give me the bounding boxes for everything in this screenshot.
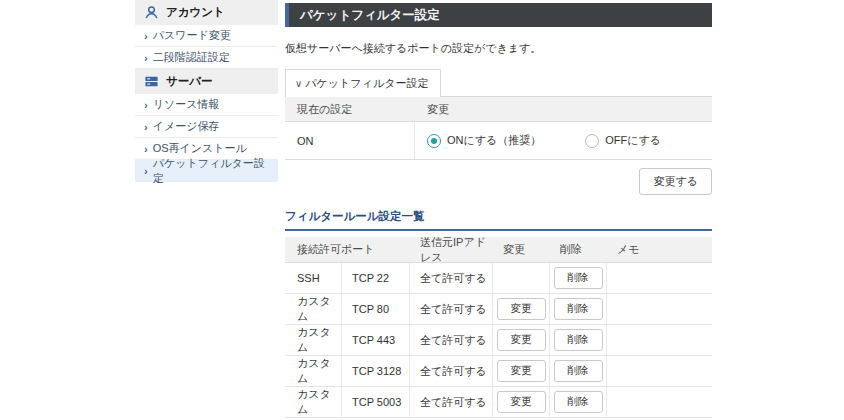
tab-packet-filter[interactable]: ∨パケットフィルター設定	[285, 69, 441, 97]
sidebar-item[interactable]: ›パスワード変更	[135, 25, 278, 47]
sidebar-item-label: リソース情報	[153, 97, 220, 112]
main-content: パケットフィルター設定 仮想サーバーへ接続するポートの設定ができます。 ∨パケッ…	[285, 0, 712, 420]
change-radio-group: ONにする（推奨）OFFにする	[415, 122, 712, 159]
chevron-right-icon: ›	[144, 99, 148, 111]
sidebar-item[interactable]: ›パケットフィルター設定	[135, 160, 278, 182]
rule-change-cell	[493, 263, 550, 293]
rule-memo	[607, 387, 712, 417]
apply-button[interactable]: 変更する	[639, 168, 712, 195]
column-source-ip: 送信元IPアドレス	[410, 235, 493, 265]
rule-source: 全て許可する	[410, 294, 493, 324]
rule-source: 全て許可する	[410, 325, 493, 355]
rules-table-body: SSHTCP 22全て許可する削除カスタムTCP 80全て許可する変更削除カスタ…	[285, 263, 712, 418]
page-title: パケットフィルター設定	[300, 8, 440, 22]
rules-table-header: 接続許可ポート 送信元IPアドレス 変更 削除 メモ	[285, 237, 712, 263]
chevron-right-icon: ›	[144, 30, 148, 42]
rule-source: 全て許可する	[410, 263, 493, 293]
rule-change-cell: 変更	[493, 387, 550, 417]
rule-port: TCP 22	[342, 263, 410, 293]
change-button[interactable]: 変更	[497, 298, 546, 320]
delete-button[interactable]: 削除	[554, 329, 603, 351]
delete-button[interactable]: 削除	[554, 391, 603, 413]
radio-option[interactable]: ONにする（推奨）	[427, 133, 541, 148]
rule-change-cell: 変更	[493, 325, 550, 355]
user-icon	[144, 5, 159, 20]
rule-port: TCP 5003	[342, 387, 410, 417]
radio-option-label: OFFにする	[605, 133, 661, 148]
sidebar-item-label: 二段階認証設定	[153, 50, 230, 65]
page-description: 仮想サーバーへ接続するポートの設定ができます。	[285, 41, 712, 56]
rule-delete-cell: 削除	[550, 356, 607, 386]
server-icon	[144, 74, 159, 89]
rule-source: 全て許可する	[410, 387, 493, 417]
rule-type: カスタム	[285, 325, 342, 355]
rule-row: カスタムTCP 5003全て許可する変更削除	[285, 387, 712, 418]
tab-label: パケットフィルター設定	[305, 77, 428, 89]
rule-memo	[607, 356, 712, 386]
rule-row: カスタムTCP 443全て許可する変更削除	[285, 325, 712, 356]
rule-type: カスタム	[285, 356, 342, 386]
radio-button[interactable]	[427, 134, 441, 148]
tab-bar: ∨パケットフィルター設定	[285, 69, 712, 97]
chevron-right-icon: ›	[144, 52, 148, 64]
page-title-bar: パケットフィルター設定	[285, 3, 712, 27]
rule-port: TCP 80	[342, 294, 410, 324]
rule-memo	[607, 294, 712, 324]
delete-button[interactable]: 削除	[554, 360, 603, 382]
rule-change-cell: 変更	[493, 356, 550, 386]
rule-row: カスタムTCP 80全て許可する変更削除	[285, 294, 712, 325]
change-button[interactable]: 変更	[497, 391, 546, 413]
sidebar-section-header: アカウント	[135, 0, 278, 25]
radio-button[interactable]	[585, 134, 599, 148]
apply-row: 変更する	[285, 168, 712, 195]
rule-row: カスタムTCP 3128全て許可する変更削除	[285, 356, 712, 387]
sidebar-item-label: パケットフィルター設定	[153, 156, 269, 186]
current-setting-value: ON	[285, 122, 415, 159]
radio-option[interactable]: OFFにする	[585, 133, 661, 148]
current-setting-row: ON ONにする（推奨）OFFにする	[285, 122, 712, 160]
chevron-right-icon: ›	[144, 165, 148, 177]
chevron-right-icon: ›	[144, 121, 148, 133]
rule-type: カスタム	[285, 294, 342, 324]
rule-type: カスタム	[285, 387, 342, 417]
rule-type: SSH	[285, 263, 342, 293]
sidebar-item-label: イメージ保存	[153, 119, 220, 134]
rule-row: SSHTCP 22全て許可する削除	[285, 263, 712, 294]
sidebar-item[interactable]: ›二段階認証設定	[135, 47, 278, 69]
column-memo: メモ	[607, 242, 712, 257]
rule-port: TCP 443	[342, 325, 410, 355]
rules-section-title: フィルタールール設定一覧	[285, 209, 712, 231]
sidebar-section-label: サーバー	[166, 74, 213, 89]
sidebar-item[interactable]: ›リソース情報	[135, 94, 278, 116]
rule-delete-cell: 削除	[550, 294, 607, 324]
sidebar-item[interactable]: ›イメージ保存	[135, 116, 278, 138]
rules-table: 接続許可ポート 送信元IPアドレス 変更 削除 メモ SSHTCP 22全て許可…	[285, 237, 712, 420]
sidebar-section-header: サーバー	[135, 69, 278, 94]
column-change: 変更	[415, 102, 712, 117]
delete-button[interactable]: 削除	[554, 298, 603, 320]
sidebar: アカウント›パスワード変更›二段階認証設定サーバー›リソース情報›イメージ保存›…	[135, 0, 278, 182]
rule-port: TCP 3128	[342, 356, 410, 386]
rule-memo	[607, 325, 712, 355]
column-allowed-port: 接続許可ポート	[285, 242, 410, 257]
column-current-setting: 現在の設定	[285, 102, 415, 117]
delete-button[interactable]: 削除	[554, 267, 603, 289]
rule-delete-cell: 削除	[550, 387, 607, 417]
rule-memo	[607, 263, 712, 293]
chevron-down-icon: ∨	[295, 78, 302, 89]
rule-delete-cell: 削除	[550, 263, 607, 293]
rule-delete-cell: 削除	[550, 325, 607, 355]
page: アカウント›パスワード変更›二段階認証設定サーバー›リソース情報›イメージ保存›…	[0, 0, 844, 420]
change-button[interactable]: 変更	[497, 360, 546, 382]
column-delete: 削除	[550, 242, 607, 257]
rule-source: 全て許可する	[410, 356, 493, 386]
chevron-right-icon: ›	[144, 143, 148, 155]
radio-option-label: ONにする（推奨）	[447, 133, 541, 148]
column-change: 変更	[493, 242, 550, 257]
sidebar-item-label: パスワード変更	[153, 28, 231, 43]
sidebar-section-label: アカウント	[166, 5, 225, 20]
change-button[interactable]: 変更	[497, 329, 546, 351]
current-setting-table: 現在の設定 変更 ON ONにする（推奨）OFFにする	[285, 97, 712, 160]
sidebar-item-label: OS再インストール	[153, 141, 247, 156]
current-setting-table-header: 現在の設定 変更	[285, 97, 712, 122]
